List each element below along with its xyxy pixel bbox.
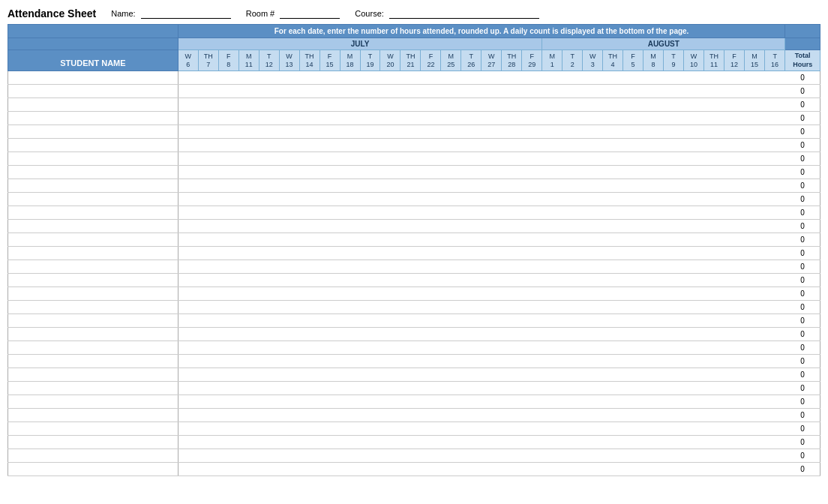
hours-cell[interactable] <box>644 233 664 247</box>
hours-cell[interactable] <box>482 112 502 125</box>
hours-cell[interactable] <box>583 287 603 301</box>
hours-cell[interactable] <box>644 85 664 98</box>
hours-cell[interactable] <box>684 395 704 409</box>
hours-cell[interactable] <box>340 314 360 328</box>
hours-cell[interactable] <box>380 125 400 139</box>
hours-cell[interactable] <box>279 382 299 395</box>
hours-cell[interactable] <box>340 395 360 409</box>
hours-cell[interactable] <box>198 125 218 139</box>
hours-cell[interactable] <box>238 193 259 206</box>
hours-cell[interactable] <box>502 85 522 98</box>
hours-cell[interactable] <box>360 395 380 409</box>
hours-cell[interactable] <box>704 233 724 247</box>
hours-cell[interactable] <box>400 287 421 301</box>
hours-cell[interactable] <box>441 463 461 476</box>
hours-cell[interactable] <box>198 112 218 125</box>
hours-cell[interactable] <box>623 98 644 112</box>
hours-cell[interactable] <box>562 463 583 476</box>
hours-cell[interactable] <box>421 139 441 152</box>
hours-cell[interactable] <box>482 449 502 463</box>
hours-cell[interactable] <box>502 382 522 395</box>
hours-cell[interactable] <box>502 314 522 328</box>
hours-cell[interactable] <box>421 422 441 436</box>
hours-cell[interactable] <box>764 301 785 314</box>
hours-cell[interactable] <box>644 382 664 395</box>
hours-cell[interactable] <box>441 125 461 139</box>
hours-cell[interactable] <box>238 301 259 314</box>
hours-cell[interactable] <box>259 152 279 166</box>
hours-cell[interactable] <box>400 395 421 409</box>
hours-cell[interactable] <box>178 98 198 112</box>
student-name-cell[interactable] <box>8 436 178 449</box>
hours-cell[interactable] <box>320 152 340 166</box>
hours-cell[interactable] <box>198 463 218 476</box>
hours-cell[interactable] <box>400 112 421 125</box>
hours-cell[interactable] <box>259 422 279 436</box>
hours-cell[interactable] <box>542 247 562 260</box>
hours-cell[interactable] <box>623 395 644 409</box>
hours-cell[interactable] <box>603 233 623 247</box>
hours-cell[interactable] <box>238 220 259 233</box>
student-name-cell[interactable] <box>8 112 178 125</box>
hours-cell[interactable] <box>259 436 279 449</box>
hours-cell[interactable] <box>623 247 644 260</box>
hours-cell[interactable] <box>198 193 218 206</box>
hours-cell[interactable] <box>340 139 360 152</box>
hours-cell[interactable] <box>644 449 664 463</box>
hours-cell[interactable] <box>644 395 664 409</box>
hours-cell[interactable] <box>482 382 502 395</box>
student-name-cell[interactable] <box>8 287 178 301</box>
hours-cell[interactable] <box>400 206 421 220</box>
hours-cell[interactable] <box>704 395 724 409</box>
hours-cell[interactable] <box>644 179 664 193</box>
hours-cell[interactable] <box>482 409 502 422</box>
hours-cell[interactable] <box>400 436 421 449</box>
hours-cell[interactable] <box>764 463 785 476</box>
hours-cell[interactable] <box>644 341 664 355</box>
hours-cell[interactable] <box>562 98 583 112</box>
hours-cell[interactable] <box>380 463 400 476</box>
hours-cell[interactable] <box>623 206 644 220</box>
hours-cell[interactable] <box>198 355 218 368</box>
hours-cell[interactable] <box>198 341 218 355</box>
hours-cell[interactable] <box>299 112 320 125</box>
hours-cell[interactable] <box>259 233 279 247</box>
hours-cell[interactable] <box>764 71 785 85</box>
hours-cell[interactable] <box>400 260 421 274</box>
hours-cell[interactable] <box>400 125 421 139</box>
hours-cell[interactable] <box>644 328 664 341</box>
hours-cell[interactable] <box>482 436 502 449</box>
hours-cell[interactable] <box>583 449 603 463</box>
hours-cell[interactable] <box>299 206 320 220</box>
hours-cell[interactable] <box>299 125 320 139</box>
hours-cell[interactable] <box>178 341 198 355</box>
hours-cell[interactable] <box>583 409 603 422</box>
hours-cell[interactable] <box>421 85 441 98</box>
hours-cell[interactable] <box>522 274 542 287</box>
hours-cell[interactable] <box>744 341 764 355</box>
hours-cell[interactable] <box>744 125 764 139</box>
hours-cell[interactable] <box>279 287 299 301</box>
hours-cell[interactable] <box>764 341 785 355</box>
hours-cell[interactable] <box>482 314 502 328</box>
hours-cell[interactable] <box>238 260 259 274</box>
hours-cell[interactable] <box>299 368 320 382</box>
hours-cell[interactable] <box>320 395 340 409</box>
hours-cell[interactable] <box>360 233 380 247</box>
hours-cell[interactable] <box>279 260 299 274</box>
hours-cell[interactable] <box>218 152 238 166</box>
hours-cell[interactable] <box>421 166 441 179</box>
hours-cell[interactable] <box>684 341 704 355</box>
hours-cell[interactable] <box>441 166 461 179</box>
student-name-cell[interactable] <box>8 71 178 85</box>
student-name-cell[interactable] <box>8 409 178 422</box>
hours-cell[interactable] <box>664 112 684 125</box>
hours-cell[interactable] <box>461 85 482 98</box>
hours-cell[interactable] <box>218 220 238 233</box>
hours-cell[interactable] <box>764 220 785 233</box>
hours-cell[interactable] <box>502 463 522 476</box>
hours-cell[interactable] <box>380 382 400 395</box>
hours-cell[interactable] <box>178 463 198 476</box>
student-name-cell[interactable] <box>8 463 178 476</box>
hours-cell[interactable] <box>623 422 644 436</box>
